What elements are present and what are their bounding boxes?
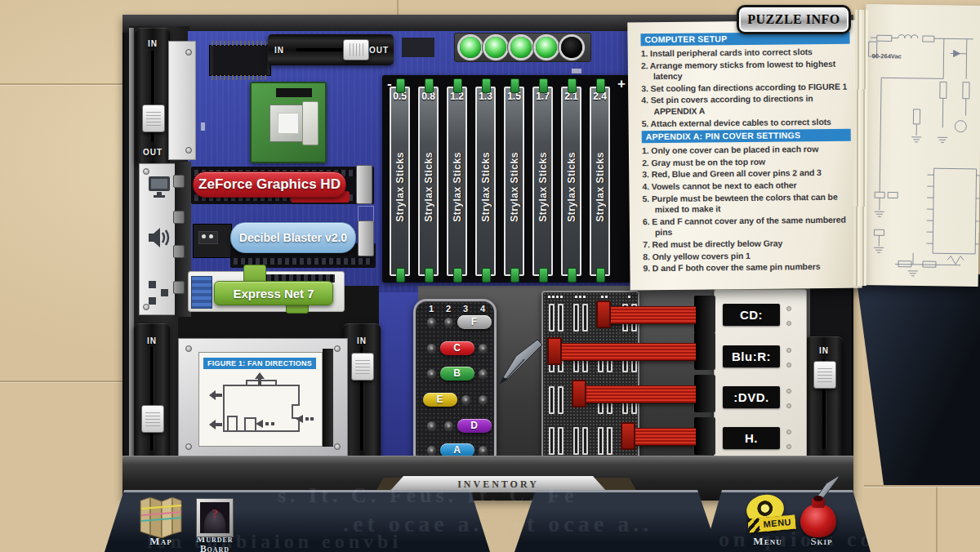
cable-plug[interactable]: [596, 300, 611, 328]
fan-in-label: IN: [274, 34, 284, 65]
stick-clip: [539, 268, 548, 283]
card-zeforce-graphics[interactable]: ZeForce Graphics HD: [193, 171, 346, 198]
column-dots: [601, 296, 608, 298]
io-bracket-top: [168, 41, 196, 160]
setup-step: 2. Arrange memory sticks from lowest to …: [641, 58, 850, 82]
cable-plug[interactable]: [621, 422, 635, 450]
ribbon-cable-cd[interactable]: [602, 306, 696, 324]
cover-letter: A: [453, 444, 461, 456]
puzzle-info-button[interactable]: PUZZLE INFO: [737, 5, 851, 34]
screw: [185, 345, 192, 352]
card-bracket: [358, 220, 374, 256]
stick-brand: Strylax Sticks: [566, 152, 577, 222]
port-text: :DVD.: [733, 390, 768, 404]
book-cover: [849, 274, 980, 485]
card-express-net[interactable]: Express Net 7: [214, 281, 333, 305]
stick-clip: [396, 78, 405, 93]
cable-socket[interactable]: [549, 386, 564, 414]
pin[interactable]: [427, 446, 436, 455]
memory-stick[interactable]: 1.3 Strylax Sticks: [475, 87, 496, 276]
memory-stick[interactable]: 1.7 Strylax Sticks: [532, 87, 553, 276]
cable-socket[interactable]: [598, 427, 612, 455]
ribbon-cable-blur[interactable]: [553, 343, 696, 361]
fan-slider-knob[interactable]: [141, 405, 164, 433]
column-dots: [548, 296, 563, 298]
cable-socket[interactable]: [573, 304, 588, 332]
pin[interactable]: [479, 395, 488, 404]
fan-slider-right: IN OUT: [805, 336, 843, 472]
ink-bottle: [800, 505, 836, 537]
cable-end-tab: [694, 296, 715, 333]
skip-icon[interactable]: [794, 475, 848, 537]
ribbon-cable-dvd[interactable]: [577, 385, 696, 403]
pin[interactable]: [479, 344, 488, 353]
led-off: [561, 37, 582, 58]
pin[interactable]: [427, 344, 436, 353]
pin-cover-panel: 1 2 3 4 F C B E D A: [413, 299, 497, 467]
screw: [786, 321, 791, 326]
memory-stick[interactable]: 0.8 Strylax Sticks: [418, 87, 439, 276]
led-on: [536, 37, 557, 58]
audio-connector: [193, 224, 232, 258]
stick-clip: [482, 78, 491, 93]
card-bracket: [356, 165, 372, 204]
speaker-icon: [147, 225, 172, 250]
port-text: Blu:R:: [732, 349, 771, 363]
ribbon-cable-h[interactable]: [626, 428, 696, 446]
pin[interactable]: [479, 369, 488, 378]
card-decibel-blaster[interactable]: Decibel Blaster v2.0: [230, 222, 356, 253]
fan-slider-knob[interactable]: [343, 39, 369, 60]
cable-socket[interactable]: [549, 427, 564, 455]
stylus-cursor[interactable]: [500, 338, 544, 385]
column-dots: [575, 296, 586, 298]
pin-cover-f[interactable]: F: [457, 315, 492, 329]
memory-stick[interactable]: 2.1 Strylax Sticks: [561, 87, 581, 276]
pin-column-number: 1: [425, 304, 437, 314]
pin-cover-e[interactable]: E: [423, 393, 457, 407]
cover-letter: E: [436, 394, 443, 405]
fan-out-label: OUT: [369, 34, 389, 65]
memory-stick[interactable]: 1.2 Strylax Sticks: [447, 87, 467, 276]
pin-cover-b[interactable]: B: [440, 367, 474, 381]
port-label-cd: CD:: [723, 304, 780, 326]
fan-in-label: IN: [136, 39, 170, 48]
pin-cover-a[interactable]: A: [440, 443, 474, 457]
led-on: [460, 37, 481, 58]
stick-clip: [539, 78, 548, 93]
schematic-voltage-label: 90-264Vac: [871, 53, 902, 60]
stick-clip: [596, 78, 605, 93]
cable-end-tab: [694, 332, 715, 370]
fan-slider-knob[interactable]: [142, 105, 165, 132]
cable-socket[interactable]: [573, 427, 588, 455]
pin[interactable]: [444, 421, 453, 430]
map-icon[interactable]: [137, 496, 185, 538]
pcb-component: [402, 38, 434, 57]
pin-cover-d[interactable]: D: [457, 419, 492, 433]
port-label-h: H.: [723, 427, 780, 449]
menu-icon[interactable]: MENU: [740, 495, 797, 537]
cable-plug[interactable]: [547, 337, 562, 365]
pin[interactable]: [444, 318, 453, 327]
fan-in-label: IN: [343, 336, 381, 345]
pin-cover-c[interactable]: C: [440, 341, 474, 355]
fan-slider-knob[interactable]: [813, 361, 836, 389]
pin[interactable]: [427, 369, 436, 378]
pin[interactable]: [427, 318, 436, 327]
pin[interactable]: [427, 421, 436, 430]
menu-label: Menu: [743, 536, 792, 546]
memory-stick[interactable]: 0.5 Strylax Sticks: [390, 87, 410, 276]
wall-grout: [397, 0, 399, 16]
pin[interactable]: [479, 446, 488, 455]
cable-socket[interactable]: [549, 304, 564, 332]
memory-slot-housing: - + 0.5 Strylax Sticks 0.8 Strylax Stick…: [382, 75, 630, 283]
memory-stick[interactable]: 2.4 Strylax Sticks: [590, 87, 610, 276]
memory-stick[interactable]: 1.5 Strylax Sticks: [504, 87, 524, 276]
tape-text: MENU: [763, 517, 791, 529]
book-page-schematic: 90-264Vac: [862, 4, 980, 287]
slider-track[interactable]: [150, 346, 154, 451]
murder-board-icon[interactable]: ?: [196, 498, 234, 537]
cable-plug[interactable]: [572, 380, 586, 407]
stick-clip: [510, 268, 519, 283]
pin[interactable]: [461, 395, 470, 404]
fan-slider-knob[interactable]: [351, 353, 374, 381]
